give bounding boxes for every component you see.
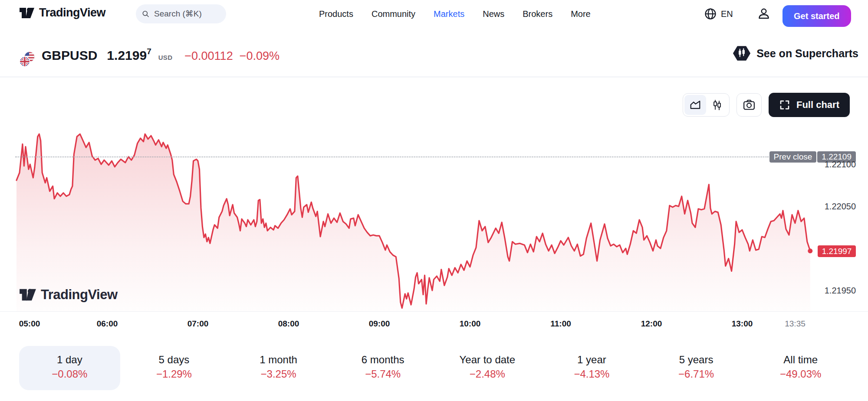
- current-price-badge: 1.21997: [818, 245, 856, 257]
- time-axis-label: 06:00: [97, 319, 118, 329]
- language-selector[interactable]: EN: [704, 0, 733, 28]
- watermark-logo-icon: [19, 287, 36, 302]
- symbol-change: −0.00112 −0.09%: [184, 49, 279, 63]
- range-button-1-day[interactable]: 1 day−0.08%: [19, 346, 120, 390]
- range-change: −0.08%: [19, 367, 120, 381]
- range-button-5-days[interactable]: 5 days−1.29%: [124, 346, 225, 390]
- range-change: −5.74%: [332, 367, 434, 381]
- watermark-label: TradingView: [41, 287, 118, 303]
- range-label: 1 month: [228, 353, 329, 367]
- supercharts-icon: [733, 45, 751, 62]
- area-chart-icon: [690, 100, 701, 110]
- range-change: −49.03%: [750, 367, 851, 381]
- price-axis-label: 1.22050: [825, 202, 856, 212]
- chart-toolbar: Full chart: [683, 93, 850, 117]
- candles-chart-type-button[interactable]: [706, 95, 728, 115]
- range-change: −2.48%: [437, 367, 538, 381]
- time-axis-label: 10:00: [460, 319, 481, 329]
- price-chart-canvas[interactable]: [0, 127, 868, 311]
- range-label: All time: [750, 353, 851, 367]
- range-label: 6 months: [332, 353, 434, 367]
- header-divider: [0, 77, 868, 77]
- time-axis-label: 11:00: [550, 319, 571, 329]
- globe-icon: [704, 7, 717, 20]
- user-menu-button[interactable]: [757, 7, 771, 21]
- nav-item-news[interactable]: News: [483, 9, 504, 19]
- camera-icon: [743, 99, 755, 111]
- time-axis-label: 09:00: [369, 319, 390, 329]
- search-icon: [142, 9, 149, 19]
- nav-item-community[interactable]: Community: [372, 9, 415, 19]
- price-axis-label: 1.21950: [825, 286, 856, 296]
- top-navigation: TradingView ProductsCommunityMarketsNews…: [0, 0, 868, 28]
- range-change: −3.25%: [228, 367, 329, 381]
- range-label: 5 years: [646, 353, 747, 367]
- range-label: 5 days: [124, 353, 225, 367]
- gbpusd-flag-icon: [19, 51, 36, 68]
- time-axis-label: 07:00: [187, 319, 209, 329]
- time-axis-label: 13:00: [732, 319, 753, 329]
- tradingview-logo-icon: [19, 7, 35, 20]
- time-axis-label: 12:00: [641, 319, 662, 329]
- range-button-1-month[interactable]: 1 month−3.25%: [228, 346, 329, 390]
- nav-item-more[interactable]: More: [571, 9, 591, 19]
- price-fractional-digit: 7: [147, 47, 151, 56]
- tradingview-logo[interactable]: TradingView: [19, 6, 105, 20]
- prev-close-line: [15, 156, 769, 157]
- snapshot-button[interactable]: [736, 93, 762, 117]
- time-axis-label: 05:00: [19, 319, 40, 329]
- range-change: −1.29%: [124, 367, 225, 381]
- nav-item-products[interactable]: Products: [319, 9, 353, 19]
- symbol-name[interactable]: GBPUSD: [42, 48, 97, 63]
- get-started-button[interactable]: Get started: [783, 5, 851, 27]
- range-change: −6.71%: [646, 367, 747, 381]
- time-axis-label: 13:35: [785, 319, 806, 329]
- range-change: −4.13%: [541, 367, 642, 381]
- full-chart-label: Full chart: [796, 99, 839, 111]
- tradingview-page: TradingView ProductsCommunityMarketsNews…: [0, 0, 868, 401]
- symbol-header: GBPUSD 1.21997 USD −0.00112 −0.09% See o…: [0, 29, 868, 77]
- nav-item-brokers[interactable]: Brokers: [523, 9, 552, 19]
- area-chart-type-button[interactable]: [684, 95, 706, 115]
- language-code: EN: [721, 9, 733, 19]
- range-button-6-months[interactable]: 6 months−5.74%: [332, 346, 434, 390]
- chart-type-switcher: [683, 93, 730, 117]
- chart-watermark: TradingView: [19, 287, 118, 303]
- range-label: 1 year: [541, 353, 642, 367]
- time-axis-label: 08:00: [278, 319, 299, 329]
- x-axis-line: [0, 311, 868, 312]
- prev-close-label: Prev close: [769, 151, 817, 163]
- range-button-1-year[interactable]: 1 year−4.13%: [541, 346, 642, 390]
- user-icon: [757, 7, 771, 21]
- range-button-all-time[interactable]: All time−49.03%: [750, 346, 851, 390]
- range-button-5-years[interactable]: 5 years−6.71%: [646, 346, 747, 390]
- full-chart-button[interactable]: Full chart: [769, 93, 850, 117]
- range-selector: 1 day−0.08%5 days−1.29%1 month−3.25%6 mo…: [17, 346, 853, 390]
- last-price-dot: [808, 248, 812, 253]
- nav-item-markets[interactable]: Markets: [434, 9, 464, 19]
- range-button-year-to-date[interactable]: Year to date−2.48%: [437, 346, 538, 390]
- search-box[interactable]: [136, 4, 226, 23]
- price-axis-label: 1.22100: [825, 160, 856, 170]
- symbol-currency: USD: [158, 54, 173, 61]
- search-input[interactable]: [153, 9, 220, 19]
- see-on-supercharts-link[interactable]: See on Supercharts: [733, 45, 858, 62]
- range-label: 1 day: [19, 353, 120, 367]
- brand-name: TradingView: [39, 6, 105, 20]
- symbol-price: 1.21997: [107, 48, 151, 63]
- candles-chart-icon: [712, 99, 722, 111]
- nav-links: ProductsCommunityMarketsNewsBrokersMore: [319, 0, 591, 28]
- range-label: Year to date: [437, 353, 538, 367]
- fullscreen-icon: [779, 99, 790, 111]
- price-area-fill: [16, 134, 810, 311]
- supercharts-label: See on Supercharts: [756, 47, 858, 60]
